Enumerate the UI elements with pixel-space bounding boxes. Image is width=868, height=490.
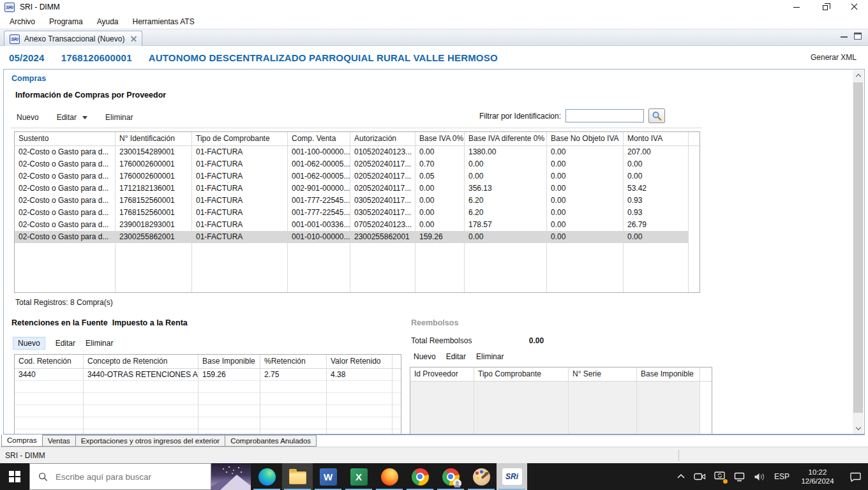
column-header[interactable]: Base Imponible [198, 355, 260, 369]
table-cell: 02-Costo o Gasto para d... [15, 195, 116, 207]
column-header[interactable]: Autorización [350, 132, 415, 146]
column-header[interactable]: Id Proveedor [410, 368, 474, 382]
table-cell [84, 417, 198, 429]
chevron-down-icon[interactable] [82, 116, 87, 119]
tab-exportaciones[interactable]: Exportaciones y otros ingresos del exter… [75, 435, 225, 447]
column-header[interactable]: Comp. Venta [288, 132, 350, 146]
clock[interactable]: 10:22 12/6/2024 [798, 468, 837, 486]
action-center-icon[interactable] [849, 471, 862, 482]
table-cell: 020520240117... [350, 158, 415, 170]
table-row[interactable]: 34403440-OTRAS RETENCIONES A...159.262.7… [15, 369, 401, 381]
table-cell: 0.00 [415, 219, 465, 231]
chevron-up-icon [855, 74, 860, 79]
table-row[interactable]: 02-Costo o Gasto para d...23900182930010… [15, 219, 700, 231]
taskbar-word[interactable]: W [313, 463, 343, 490]
clock-time: 10:22 [798, 468, 837, 477]
network-icon[interactable] [734, 472, 745, 482]
taskbar-paint[interactable] [466, 463, 497, 490]
column-header[interactable]: Base No Objeto IVA [547, 132, 624, 146]
tab-ventas[interactable]: Ventas [42, 435, 76, 447]
table-row[interactable]: 02-Costo o Gasto para d...17600026000010… [15, 158, 700, 170]
vertical-scrollbar[interactable] [853, 70, 864, 434]
taskbar-edge[interactable] [251, 463, 282, 490]
table-cell [637, 406, 700, 418]
menu-archivo[interactable]: Archivo [3, 17, 42, 26]
table-cell [15, 417, 84, 429]
tab-comprobantes-anulados[interactable]: Comprobantes Anulados [225, 435, 317, 447]
table-cell: 0.00 [547, 195, 624, 207]
taskbar-firefox[interactable] [374, 463, 405, 490]
taskbar-chrome-profile[interactable] [435, 463, 466, 490]
retenciones-table: Cod. RetenciónConcepto de RetenciónBase … [14, 354, 401, 435]
filter-input[interactable] [565, 109, 644, 122]
language-indicator[interactable]: ESP [774, 472, 789, 481]
column-header[interactable]: Sustento [15, 132, 116, 146]
minimize-button[interactable] [782, 0, 811, 14]
column-header[interactable]: N° Identificación [116, 132, 192, 146]
table-cell: 0.93 [624, 207, 689, 219]
taskbar-chrome[interactable] [405, 463, 435, 490]
scroll-up-button[interactable] [853, 70, 864, 81]
retenciones-eliminar-button[interactable]: Eliminar [86, 339, 113, 348]
reembolsos-editar-button[interactable]: Editar [446, 352, 466, 361]
table-cell [637, 430, 700, 435]
column-header[interactable]: Concepto de Retención [84, 355, 198, 369]
row-fill [393, 417, 401, 429]
tray-expand-icon[interactable] [677, 473, 685, 480]
taskbar-sri-dimm[interactable]: SRi [497, 463, 527, 490]
column-header[interactable]: Base IVA diferente 0% [465, 132, 547, 146]
reembolsos-eliminar-button[interactable]: Eliminar [476, 352, 504, 361]
table-row[interactable]: 02-Costo o Gasto para d...17600026000010… [15, 170, 700, 182]
close-button[interactable] [839, 0, 868, 14]
column-header[interactable]: Tipo de Comprobante [192, 132, 288, 146]
restore-button[interactable] [811, 0, 839, 14]
taskbar-search[interactable] [29, 463, 211, 490]
table-cell: 6.20 [465, 207, 547, 219]
column-header[interactable]: Valor Retenido [327, 355, 393, 369]
table-header-row: Cod. RetenciónConcepto de RetenciónBase … [15, 355, 401, 369]
column-header[interactable]: Cod. Retención [15, 355, 84, 369]
retenciones-nuevo-button[interactable]: Nuevo [13, 337, 45, 350]
scrollbar-thumb[interactable] [853, 82, 863, 413]
taskbar-excel[interactable]: X [343, 463, 374, 490]
menu-herramientas-ats[interactable]: Herramientas ATS [126, 17, 202, 26]
table-cell: 159.26 [198, 369, 260, 381]
table-row[interactable]: 02-Costo o Gasto para d...17681525600010… [15, 195, 700, 207]
news-widget[interactable] [211, 463, 251, 490]
taskbar-file-explorer[interactable] [282, 463, 313, 490]
volume-icon[interactable] [754, 472, 766, 482]
compras-nuevo-button[interactable]: Nuevo [17, 113, 39, 122]
table-cell: 01-FACTURA [192, 195, 288, 207]
menu-ayuda[interactable]: Ayuda [90, 17, 126, 26]
column-header[interactable]: Base IVA 0% [415, 132, 465, 146]
table-row[interactable]: 02-Costo o Gasto para d...17681525600010… [15, 207, 700, 219]
taskbar-search-input[interactable] [54, 471, 211, 482]
table-cell [350, 292, 415, 293]
compras-eliminar-button[interactable]: Eliminar [105, 113, 133, 122]
row-fill [689, 207, 700, 219]
table-row[interactable]: 02-Costo o Gasto para d...23002558620010… [15, 231, 700, 243]
column-header[interactable]: Tipo Comprobante [474, 368, 569, 382]
column-header[interactable]: N° Serie [569, 368, 637, 382]
column-header[interactable]: Base Imponible [637, 368, 700, 382]
meet-now-icon[interactable] [694, 472, 706, 481]
update-tray-item[interactable] [714, 471, 726, 482]
filter-search-button[interactable] [648, 108, 665, 123]
tab-anexo-transaccional[interactable]: SRi Anexo Transaccional (Nuevo) [4, 31, 142, 47]
retenciones-editar-button[interactable]: Editar [56, 339, 75, 348]
inner-minimize-icon[interactable] [841, 36, 848, 38]
table-row[interactable]: 02-Costo o Gasto para d...17121821360010… [15, 182, 700, 195]
table-row[interactable]: 02-Costo o Gasto para d...23001542890010… [15, 146, 700, 158]
generate-xml-button[interactable]: Generar XML [811, 53, 857, 62]
reembolsos-nuevo-button[interactable]: Nuevo [414, 352, 436, 361]
compras-editar-button[interactable]: Editar [57, 113, 87, 122]
start-button[interactable] [0, 463, 29, 490]
tab-compras[interactable]: Compras [1, 434, 43, 447]
tab-close-icon[interactable] [130, 36, 137, 42]
inner-maximize-icon[interactable] [854, 33, 862, 40]
menu-programa[interactable]: Programa [42, 17, 90, 26]
column-header[interactable]: %Retención [260, 355, 327, 369]
scroll-down-button[interactable] [853, 423, 864, 434]
column-header[interactable]: Monto IVA [624, 132, 689, 146]
taskbar: W X SRi [0, 463, 868, 490]
